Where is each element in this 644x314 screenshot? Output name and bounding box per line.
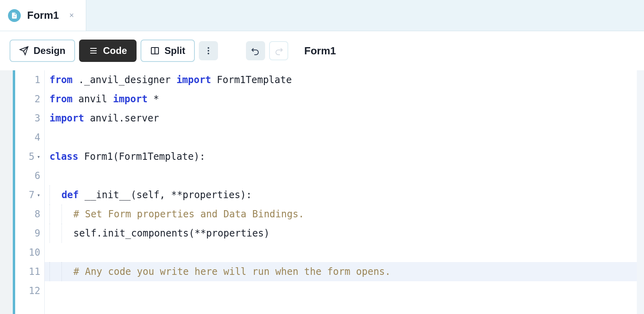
line-number: 5▾ [15, 147, 44, 166]
view-mode-group: Design Code Split [10, 40, 195, 62]
line-number: 10 [15, 243, 44, 262]
code-line[interactable] [45, 166, 637, 185]
toolbar: Design Code Split Form1 [0, 31, 644, 70]
code-line[interactable]: # Set Form properties and Data Bindings. [45, 205, 637, 224]
tab-bar: Form1 × [0, 0, 644, 31]
code-editor[interactable]: 12345▾67▾89101112 from ._anvil_designer … [0, 70, 644, 314]
svg-point-7 [208, 53, 209, 54]
paper-plane-icon [19, 46, 29, 56]
code-line[interactable]: self.init_components(**properties) [45, 224, 637, 243]
redo-icon [274, 46, 283, 56]
code-line[interactable]: def __init__(self, **properties): [45, 185, 637, 205]
design-button[interactable]: Design [10, 40, 75, 62]
svg-point-5 [208, 47, 209, 49]
line-number: 11 [15, 262, 44, 281]
redo-button [269, 41, 288, 60]
code-line[interactable] [45, 243, 637, 262]
tab-form1[interactable]: Form1 × [0, 0, 86, 31]
code-line[interactable]: import anvil.server [45, 109, 637, 128]
line-number-gutter: 12345▾67▾89101112 [15, 70, 45, 314]
fold-marker-icon[interactable]: ▾ [37, 153, 40, 160]
editor-left-rail [0, 70, 13, 314]
line-number: 2 [15, 89, 44, 109]
code-area[interactable]: from ._anvil_designer import Form1Templa… [45, 70, 637, 314]
line-number: 9 [15, 224, 44, 243]
line-number: 8 [15, 205, 44, 224]
code-line[interactable] [45, 281, 637, 300]
code-line[interactable]: class Form1(Form1Template): [45, 147, 637, 166]
form-icon [8, 9, 21, 22]
code-line[interactable]: from anvil import * [45, 89, 637, 109]
line-number: 4 [15, 128, 44, 147]
design-label: Design [34, 45, 65, 56]
code-line[interactable]: from ._anvil_designer import Form1Templa… [45, 70, 637, 89]
line-number: 1 [15, 70, 44, 89]
code-line[interactable]: # Any code you write here will run when … [45, 262, 637, 281]
svg-point-6 [208, 50, 209, 52]
code-line[interactable] [45, 128, 637, 147]
vertical-scrollbar[interactable] [637, 70, 644, 314]
split-icon [150, 46, 160, 56]
split-label: Split [164, 45, 185, 56]
split-button[interactable]: Split [141, 40, 195, 62]
fold-marker-icon[interactable]: ▾ [37, 192, 40, 198]
line-number: 7▾ [15, 185, 44, 205]
undo-icon [251, 46, 260, 56]
code-button[interactable]: Code [79, 40, 137, 62]
code-label: Code [103, 45, 127, 56]
undo-button[interactable] [246, 41, 265, 60]
list-icon [89, 46, 98, 56]
line-number: 3 [15, 109, 44, 128]
breadcrumb: Form1 [304, 45, 336, 57]
line-number: 12 [15, 281, 44, 300]
close-icon[interactable]: × [69, 11, 74, 20]
tab-title: Form1 [27, 9, 59, 22]
line-number: 6 [15, 166, 44, 185]
more-options-button[interactable] [199, 41, 218, 60]
dots-vertical-icon [204, 46, 213, 56]
